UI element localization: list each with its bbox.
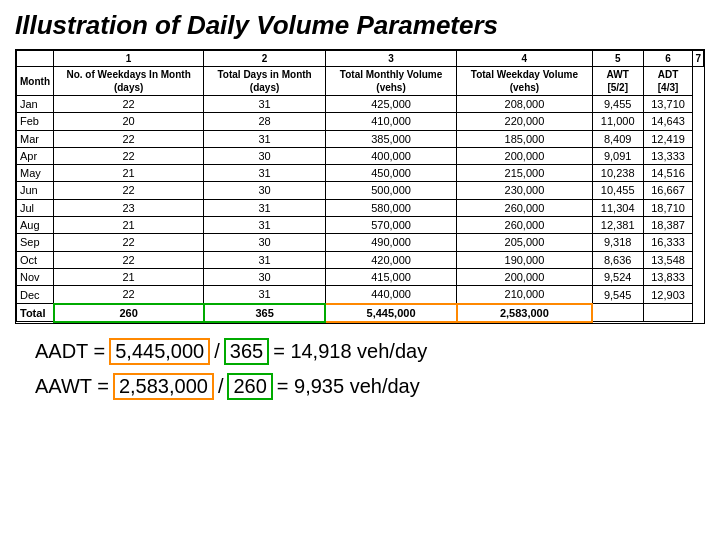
cell-adt: 13,548 <box>643 251 693 268</box>
table-row: Sep2230490,000205,0009,31816,333 <box>17 234 704 251</box>
cell-days: 30 <box>204 147 326 164</box>
cell-adt: 18,387 <box>643 217 693 234</box>
cell-month: Jul <box>17 199 54 216</box>
data-table: 1 2 3 4 5 6 7 Month No. of Weekdays In M… <box>15 49 705 324</box>
col-num-7: 6 <box>643 51 693 67</box>
cell-month: Apr <box>17 147 54 164</box>
total-monthly-vol: 5,445,000 <box>325 304 456 322</box>
cell-month: Dec <box>17 286 54 304</box>
total-weekday-vol: 2,583,000 <box>457 304 592 322</box>
cell-weekdays: 22 <box>54 234 204 251</box>
cell-monthly-vol: 440,000 <box>325 286 456 304</box>
aawt-numerator: 2,583,000 <box>113 373 214 400</box>
table-row: Oct2231420,000190,0008,63613,548 <box>17 251 704 268</box>
cell-month: Oct <box>17 251 54 268</box>
header-monthly-vol: Total Monthly Volume (vehs) <box>325 67 456 96</box>
cell-month: Jun <box>17 182 54 199</box>
col-num-8: 7 <box>693 51 704 67</box>
cell-month: Sep <box>17 234 54 251</box>
cell-weekday-vol: 205,000 <box>457 234 592 251</box>
cell-adt: 13,333 <box>643 147 693 164</box>
cell-month: Mar <box>17 130 54 147</box>
header-weekday-vol: Total Weekday Volume (vehs) <box>457 67 592 96</box>
cell-awt: 10,238 <box>592 165 643 182</box>
aawt-denominator: 260 <box>227 373 272 400</box>
total-row: Total 260 365 5,445,000 2,583,000 <box>17 304 704 322</box>
table-row: Jun2230500,000230,00010,45516,667 <box>17 182 704 199</box>
cell-days: 31 <box>204 251 326 268</box>
cell-monthly-vol: 385,000 <box>325 130 456 147</box>
cell-weekday-vol: 200,000 <box>457 268 592 285</box>
cell-weekday-vol: 260,000 <box>457 199 592 216</box>
col-num-6: 5 <box>592 51 643 67</box>
col-num-2: 1 <box>54 51 204 67</box>
cell-weekday-vol: 185,000 <box>457 130 592 147</box>
cell-weekdays: 21 <box>54 217 204 234</box>
header-month: Month <box>17 67 54 96</box>
cell-days: 30 <box>204 234 326 251</box>
cell-monthly-vol: 450,000 <box>325 165 456 182</box>
cell-monthly-vol: 420,000 <box>325 251 456 268</box>
formula-aawt: AAWT = 2,583,000 / 260 = 9,935 veh/day <box>35 373 705 400</box>
cell-awt: 11,000 <box>592 113 643 130</box>
cell-days: 31 <box>204 96 326 113</box>
cell-awt: 12,381 <box>592 217 643 234</box>
column-headers-row: Month No. of Weekdays In Month (days) To… <box>17 67 704 96</box>
cell-adt: 16,667 <box>643 182 693 199</box>
cell-monthly-vol: 400,000 <box>325 147 456 164</box>
cell-adt: 13,833 <box>643 268 693 285</box>
col-num-3: 2 <box>204 51 326 67</box>
total-weekdays: 260 <box>54 304 204 322</box>
header-weekdays: No. of Weekdays In Month (days) <box>54 67 204 96</box>
cell-monthly-vol: 580,000 <box>325 199 456 216</box>
cell-awt: 9,455 <box>592 96 643 113</box>
cell-awt: 8,636 <box>592 251 643 268</box>
col-num-5: 4 <box>457 51 592 67</box>
cell-awt: 9,545 <box>592 286 643 304</box>
cell-days: 30 <box>204 268 326 285</box>
formulas: AADT = 5,445,000 / 365 = 14,918 veh/day … <box>15 338 705 408</box>
cell-days: 30 <box>204 182 326 199</box>
table-row: Apr2230400,000200,0009,09113,333 <box>17 147 704 164</box>
column-numbers-row: 1 2 3 4 5 6 7 <box>17 51 704 67</box>
cell-days: 31 <box>204 130 326 147</box>
cell-days: 31 <box>204 199 326 216</box>
cell-adt: 13,710 <box>643 96 693 113</box>
page-title: Illustration of Daily Volume Parameters <box>15 10 705 41</box>
cell-awt: 10,455 <box>592 182 643 199</box>
cell-weekday-vol: 208,000 <box>457 96 592 113</box>
table-row: Dec2231440,000210,0009,54512,903 <box>17 286 704 304</box>
aawt-separator: / <box>218 375 224 398</box>
table-row: May2131450,000215,00010,23814,516 <box>17 165 704 182</box>
cell-monthly-vol: 490,000 <box>325 234 456 251</box>
cell-monthly-vol: 415,000 <box>325 268 456 285</box>
cell-awt: 11,304 <box>592 199 643 216</box>
cell-awt: 9,318 <box>592 234 643 251</box>
aadt-numerator: 5,445,000 <box>109 338 210 365</box>
cell-month: Nov <box>17 268 54 285</box>
table-row: Feb2028410,000220,00011,00014,643 <box>17 113 704 130</box>
cell-awt: 8,409 <box>592 130 643 147</box>
cell-awt: 9,524 <box>592 268 643 285</box>
cell-month: Aug <box>17 217 54 234</box>
cell-weekday-vol: 190,000 <box>457 251 592 268</box>
cell-weekday-vol: 215,000 <box>457 165 592 182</box>
cell-adt: 12,903 <box>643 286 693 304</box>
total-awt <box>592 304 643 322</box>
header-total-days: Total Days in Month (days) <box>204 67 326 96</box>
cell-monthly-vol: 410,000 <box>325 113 456 130</box>
cell-weekday-vol: 230,000 <box>457 182 592 199</box>
cell-weekday-vol: 200,000 <box>457 147 592 164</box>
cell-adt: 14,516 <box>643 165 693 182</box>
table-row: Jul2331580,000260,00011,30418,710 <box>17 199 704 216</box>
cell-weekdays: 21 <box>54 268 204 285</box>
aadt-prefix: AADT = <box>35 340 105 363</box>
cell-days: 31 <box>204 165 326 182</box>
total-label: Total <box>17 304 54 322</box>
cell-weekdays: 22 <box>54 96 204 113</box>
cell-weekdays: 22 <box>54 147 204 164</box>
cell-adt: 12,419 <box>643 130 693 147</box>
cell-monthly-vol: 570,000 <box>325 217 456 234</box>
cell-days: 31 <box>204 286 326 304</box>
cell-weekday-vol: 260,000 <box>457 217 592 234</box>
